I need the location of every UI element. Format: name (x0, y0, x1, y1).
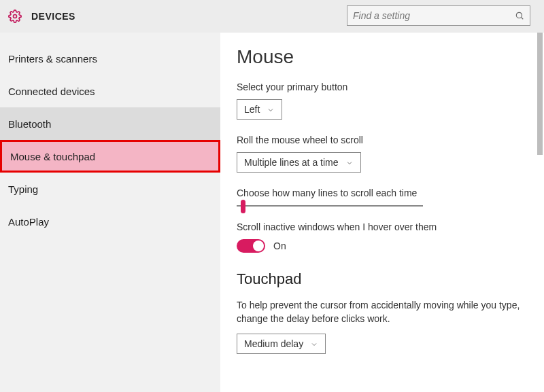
svg-point-0 (14, 15, 17, 18)
primary-button-dropdown[interactable]: Left (237, 99, 282, 120)
lines-slider[interactable] (237, 205, 423, 207)
lines-to-scroll-label: Choose how many lines to scroll each tim… (237, 188, 524, 198)
sidebar-item-bluetooth[interactable]: Bluetooth (0, 107, 220, 140)
header-bar: DEVICES (0, 0, 544, 33)
dropdown-value: Left (244, 104, 260, 115)
toggle-knob (253, 240, 264, 251)
header-title: DEVICES (31, 11, 75, 22)
sidebar-item-label: Mouse & touchpad (10, 151, 95, 162)
scroll-mode-dropdown[interactable]: Multiple lines at a time (237, 152, 361, 173)
sidebar-item-typing[interactable]: Typing (0, 173, 220, 205)
inactive-windows-label: Scroll inactive windows when I hover ove… (237, 221, 524, 232)
body: Printers & scanners Connected devices Bl… (0, 33, 544, 392)
sidebar-item-label: Connected devices (8, 86, 95, 97)
scroll-mode-label: Roll the mouse wheel to scroll (237, 135, 524, 145)
sidebar-item-mouse-touchpad[interactable]: Mouse & touchpad (0, 140, 220, 173)
toggle-state-label: On (273, 240, 286, 251)
touchpad-delay-dropdown[interactable]: Medium delay (237, 334, 326, 354)
sidebar-item-label: Bluetooth (8, 118, 51, 130)
sidebar-item-label: Typing (8, 183, 38, 195)
search-input[interactable] (353, 10, 515, 21)
touchpad-desc: To help prevent the cursor from accident… (237, 299, 522, 325)
slider-thumb[interactable] (241, 200, 245, 213)
sidebar-item-printers[interactable]: Printers & scanners (0, 42, 220, 75)
svg-line-2 (521, 17, 523, 19)
sidebar-item-connected-devices[interactable]: Connected devices (0, 75, 220, 107)
sidebar-item-label: Printers & scanners (8, 53, 97, 65)
svg-point-1 (516, 12, 522, 18)
gear-icon (8, 10, 22, 23)
scrollbar[interactable] (537, 33, 543, 155)
sidebar-item-label: AutoPlay (8, 216, 49, 228)
chevron-down-icon (345, 158, 354, 166)
dropdown-value: Multiple lines at a time (244, 157, 339, 168)
search-box[interactable] (347, 5, 530, 26)
dropdown-value: Medium delay (244, 338, 303, 349)
sidebar-item-autoplay[interactable]: AutoPlay (0, 205, 220, 238)
mouse-heading: Mouse (237, 46, 524, 68)
inactive-windows-toggle-row: On (237, 239, 524, 253)
search-icon (515, 11, 524, 20)
inactive-windows-toggle[interactable] (237, 239, 265, 253)
touchpad-heading: Touchpad (237, 270, 524, 288)
primary-button-label: Select your primary button (237, 82, 524, 92)
chevron-down-icon (267, 105, 275, 113)
main-panel: Mouse Select your primary button Left Ro… (220, 33, 544, 392)
sidebar: Printers & scanners Connected devices Bl… (0, 33, 220, 392)
chevron-down-icon (310, 340, 318, 348)
